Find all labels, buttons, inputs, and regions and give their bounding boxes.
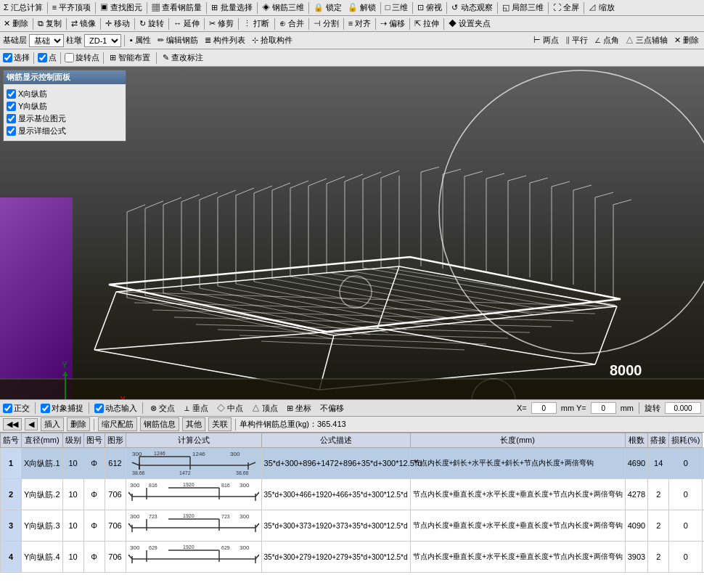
checkbox-y-rebar[interactable]: Y向纵筋 [7, 101, 123, 112]
toolbar1-top-view[interactable]: ⊡ 俯视 [415, 1, 444, 14]
btn-no-offset[interactable]: 不偏移 [318, 402, 346, 415]
table-row[interactable]: 3 Y向纵筋.3 10 Φ 706 300 723 1920 723 300 [1, 510, 705, 542]
btn-edit-rebar[interactable]: ✏ 编辑钢筋 [155, 34, 200, 46]
toolbar1-find[interactable]: ▣ 查找图元 [98, 1, 144, 14]
btn-pick-component[interactable]: ⊹ 拾取构件 [250, 34, 295, 46]
btn-endpoint[interactable]: △ 顶点 [250, 402, 280, 415]
svg-line-59 [327, 176, 345, 184]
btn-other[interactable]: 其他 [182, 417, 205, 431]
checkbox-show-base[interactable]: 显示基位图元 [7, 113, 123, 124]
type-select[interactable]: ZD-1 [84, 34, 121, 47]
btn-property[interactable]: ▪ 属性 [128, 34, 153, 46]
cell-length: 4090 [625, 510, 647, 542]
toolbar1-flat-top[interactable]: ≡ 平齐顶项 [50, 1, 93, 14]
svg-line-77 [508, 176, 526, 181]
col-lap: 搭接 [648, 433, 669, 448]
checkbox-show-formula[interactable]: 显示详细公式 [7, 126, 123, 136]
cell-length: 4690 [625, 448, 647, 479]
btn-parallel[interactable]: ∥ 平行 [563, 34, 590, 46]
btn-coordinate[interactable]: ⊞ 坐标 [285, 402, 314, 415]
sep [35, 402, 36, 414]
btn-two-point[interactable]: ⊢ 两点 [531, 34, 561, 46]
btn-split[interactable]: ⊣ 分割 [311, 17, 341, 30]
sep [66, 18, 67, 30]
table-row[interactable]: 2 Y向纵筋.2 10 Φ 706 300 816 1920 816 300 [1, 479, 705, 510]
btn-align[interactable]: ≡ 对齐 [346, 17, 373, 30]
svg-line-107 [132, 462, 139, 465]
btn-delete-row[interactable]: 删除 [67, 417, 90, 431]
btn-insert[interactable]: 插入 [41, 417, 64, 431]
btn-rebar-info[interactable]: 钢筋信息 [140, 417, 179, 431]
table-row[interactable]: 4 Y向纵筋.4 10 Φ 706 300 629 1920 629 300 [1, 542, 705, 573]
status-bar: 正交 对象捕捉 动态输入 ⊗ 交点 ⊥ 垂点 ◇ 中点 △ 顶点 ⊞ 坐标 不偏… [0, 399, 704, 417]
btn-ortho[interactable]: 正交 [3, 403, 30, 414]
svg-line-54 [236, 188, 254, 195]
col-grade: 级别 [62, 433, 83, 448]
toolbar1-batch[interactable]: ⊞ 批量选择 [209, 1, 254, 14]
3d-viewport[interactable]: 钢筋显示控制面板 X向纵筋 Y向纵筋 显示基位图元 显示详细公式 [0, 67, 704, 399]
btn-component-list[interactable]: ≣ 构件列表 [202, 34, 247, 46]
sep [124, 35, 125, 46]
cell-lap: 0 [669, 479, 703, 510]
toolbar1-dynamic-view[interactable]: ↺ 动态观察 [449, 1, 494, 14]
toolbar1-unlock[interactable]: 🔓 解锁 [345, 1, 378, 14]
toolbar1-item[interactable]: Σ 汇总计算 [1, 1, 45, 14]
mm-label-y: mm [621, 404, 634, 412]
btn-associate[interactable]: 关联 [208, 417, 232, 431]
rotate-point-checkbox[interactable]: 旋转点 [65, 52, 99, 63]
point-checkbox[interactable]: 点 [38, 52, 57, 63]
sep [375, 18, 376, 30]
checkbox-x-rebar[interactable]: X向纵筋 [7, 89, 123, 99]
sep [497, 2, 498, 14]
toolbar1-zoom[interactable]: ⊿ 缩放 [586, 1, 617, 14]
select-checkbox[interactable]: 选择 [3, 52, 30, 63]
y-input[interactable] [591, 402, 616, 414]
btn-three-point[interactable]: △ 三点辅轴 [623, 34, 670, 46]
btn-scale-rebar[interactable]: 缩尺配筋 [98, 417, 137, 431]
toolbar1-lock[interactable]: 🔒 锁定 [311, 1, 344, 14]
btn-mirror[interactable]: ⇄ 镜像 [69, 17, 98, 30]
x-input[interactable] [531, 402, 557, 414]
btn-rotate[interactable]: ↻ 旋转 [137, 17, 166, 30]
btn-object-snap[interactable]: 对象捕捉 [41, 403, 83, 414]
btn-intersection[interactable]: ⊗ 交点 [148, 402, 177, 415]
btn-check-annotation[interactable]: ✎ 查改标注 [160, 52, 205, 64]
btn-copy[interactable]: ⧉ 复制 [36, 17, 64, 30]
toolbar1-fullscreen[interactable]: ⛶ 全屏 [551, 1, 581, 14]
btn-perpendicular[interactable]: ⊥ 垂点 [181, 402, 210, 415]
toolbar1-local3d[interactable]: ◱ 局部三维 [500, 1, 546, 14]
toolbar1-3d[interactable]: □ 三维 [383, 1, 411, 14]
sep [206, 2, 207, 14]
btn-del-axis[interactable]: ✕ 删除 [672, 34, 701, 46]
btn-smart-layout[interactable]: ⊞ 智能布置 [107, 52, 152, 64]
cell-shape: 300 629 1920 629 300 [126, 542, 261, 573]
svg-line-7 [595, 306, 617, 364]
panel-body: X向纵筋 Y向纵筋 显示基位图元 显示详细公式 [4, 84, 126, 141]
svg-line-60 [345, 174, 363, 181]
sep [100, 18, 101, 30]
table-row[interactable]: 1 X向纵筋.1 10 Φ 612 300 1246 1246 [1, 448, 705, 479]
toolbar1-rebar3d[interactable]: ◈ 钢筋三维 [260, 1, 306, 14]
cell-num: 4 [1, 542, 22, 573]
btn-stretch[interactable]: ⇱ 拉伸 [412, 17, 441, 30]
btn-first[interactable]: ◀◀ [3, 418, 22, 430]
btn-offset[interactable]: ⇢ 偏移 [378, 17, 407, 30]
btn-midpoint[interactable]: ◇ 中点 [215, 402, 245, 415]
svg-line-81 [595, 192, 613, 197]
rotation-input[interactable] [665, 402, 701, 414]
cell-count: 2 [648, 479, 669, 510]
btn-point-angle[interactable]: ∠ 点角 [592, 34, 621, 46]
btn-move[interactable]: ✛ 移动 [103, 17, 132, 30]
btn-grip[interactable]: ◆ 设置夹点 [446, 17, 493, 30]
cell-label: Y向纵筋.2 [22, 479, 63, 510]
btn-prev[interactable]: ◀ [25, 418, 38, 430]
btn-trim[interactable]: ✂ 修剪 [207, 17, 236, 30]
btn-extend[interactable]: ↔ 延伸 [171, 17, 202, 30]
btn-dynamic-input[interactable]: 动态输入 [94, 403, 137, 414]
btn-delete[interactable]: ✕ 删除 [1, 17, 30, 30]
toolbar1-view-rebar[interactable]: ▦ 查看钢筋量 [150, 1, 204, 14]
layer-select[interactable]: 基础 [29, 34, 64, 47]
btn-break[interactable]: ⋮ 打断 [241, 17, 271, 30]
btn-merge[interactable]: ⊕ 合并 [277, 17, 306, 30]
svg-text:1920: 1920 [183, 513, 195, 518]
